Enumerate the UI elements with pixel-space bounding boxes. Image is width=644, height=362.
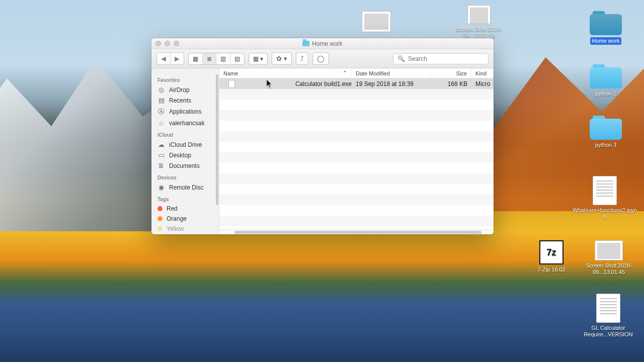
desktop-icon: ▭ [157,151,165,159]
view-icons[interactable]: ▦ [189,53,203,64]
file-row[interactable]: Calculator build1.exe 19 Sep 2018 at 18:… [219,78,494,89]
sidebar-item-remote-disc[interactable]: ◉Remote Disc [151,182,219,193]
recents-icon: ▤ [157,97,165,104]
minimize-button[interactable] [165,41,170,46]
desktop-file-gl-calc[interactable]: GL Calculator Require...VERSION [581,294,636,338]
finder-toolbar: ◀ ▶ ▦ ≣ ▥ ▤ ▦ ▾ ✿ ▾ ⤴ ◯ 🔍 [151,49,494,68]
sidebar-item-user[interactable]: ⌂valerhancsak [151,118,219,128]
icon-label: Screen Shot 2018-09...13.01.45 [585,262,633,276]
icon-label: python 3 [582,142,630,148]
desktop-folder-python3[interactable]: python 3 [582,116,630,148]
view-gallery[interactable]: ▤ [230,53,244,64]
cloud-icon: ☁ [157,141,165,148]
nav-buttons: ◀ ▶ [156,52,184,65]
back-button[interactable]: ◀ [157,53,171,64]
sidebar-heading-devices: Devices [151,171,219,182]
desktop-screenshot-right[interactable]: Screen Shot 2018-09...13.01.45 [585,240,633,276]
tag-dot-red [157,206,163,211]
file-name: Calculator build1.exe [295,80,352,87]
view-list[interactable]: ≣ [203,53,216,64]
sidebar-item-airdrop[interactable]: ◎AirDrop [151,84,219,95]
desktop-folder-python2[interactable]: python 2 [582,64,630,97]
file-kind: Micro [471,80,494,87]
sidebar-label: iCloud Drive [169,141,202,148]
file-list[interactable]: Calculator build1.exe 19 Sep 2018 at 18:… [219,78,494,229]
icon-label: What+are+functions?.ipynb [572,207,638,220]
view-mode-segment: ▦ ≣ ▥ ▤ [188,53,245,65]
tags-button[interactable]: ◯ [312,52,329,65]
sidebar-label: Documents [169,162,200,169]
icon-label: Screen Shot 2018-09...13.01.58 [455,26,503,39]
sidebar-label: Applications [169,108,202,115]
sidebar-item-icloud-drive[interactable]: ☁iCloud Drive [151,139,219,150]
home-icon: ⌂ [157,119,165,127]
sidebar-label: Desktop [169,152,191,159]
airdrop-icon: ◎ [157,86,165,94]
sidebar-label: valerhancsak [169,120,205,127]
folder-icon [590,64,622,88]
desktop-screenshot-top[interactable]: Screen Shot 2018-09...13.01.58 [455,5,503,39]
image-thumbnail-icon [362,11,391,32]
file-icon [228,80,235,88]
col-name[interactable]: Name ⌃ [219,68,352,78]
image-thumbnail-icon [467,5,491,24]
sidebar-tag-red[interactable]: Red [151,204,219,214]
view-columns[interactable]: ▥ [216,53,230,64]
desktop-7zip[interactable]: 7z 7-Zip 16.02 [527,240,576,273]
file-size: 168 KB [430,80,471,87]
desktop-thumbnail-1[interactable] [352,11,400,32]
image-thumbnail-icon [595,240,623,260]
documents-icon: 🗎 [157,162,165,169]
icon-label: python 2 [582,90,630,97]
sidebar-label: Remote Disc [169,184,204,191]
sidebar-item-recents[interactable]: ▤Recents [151,95,219,106]
tag-dot-yellow [157,226,163,231]
document-icon [596,294,620,323]
sidebar-heading-tags: Tags [151,193,219,204]
close-button[interactable] [155,41,161,46]
window-titlebar[interactable]: Home work [151,38,494,49]
sidebar-item-documents[interactable]: 🗎Documents [151,160,219,171]
disc-icon: ◉ [157,184,165,191]
document-icon [593,176,617,205]
finder-sidebar[interactable]: Favorites ◎AirDrop ▤Recents ⒶApplication… [151,68,219,234]
arrange-menu[interactable]: ▦ ▾ [249,53,268,65]
col-kind[interactable]: Kind [471,68,494,78]
icon-label: Home work [590,37,621,45]
finder-content: Name ⌃ Date Modified Size Kind Calculato… [219,68,494,234]
folder-icon [590,11,622,35]
col-label: Name [223,70,238,76]
icon-label: GL Calculator Require...VERSION [581,325,636,338]
zoom-button[interactable] [174,41,179,46]
forward-button[interactable]: ▶ [171,53,184,64]
desktop-folder-home-work[interactable]: Home work [582,11,630,45]
sidebar-label: Red [167,205,178,212]
search-field[interactable]: 🔍 [393,53,489,64]
folder-icon [590,116,622,140]
window-title: Home work [312,40,343,47]
sidebar-label: Yellow [167,225,184,232]
tag-dot-orange [157,216,163,221]
sidebar-item-applications[interactable]: ⒶApplications [151,106,219,118]
col-size[interactable]: Size [430,68,471,78]
sidebar-label: Orange [167,215,187,222]
finder-window[interactable]: Home work ◀ ▶ ▦ ≣ ▥ ▤ ▦ ▾ ✿ ▾ ⤴ ◯ 🔍 Favo… [151,38,494,234]
sidebar-tag-yellow[interactable]: Yellow [151,224,219,234]
search-input[interactable] [408,55,484,62]
action-menu[interactable]: ✿ ▾ [272,52,292,65]
sort-indicator-icon: ⌃ [343,70,347,76]
desktop-file-ipynb[interactable]: What+are+functions?.ipynb [572,176,638,220]
sidebar-heading-icloud: iCloud [151,128,219,139]
titlebar-folder-icon [302,41,309,46]
sidebar-heading-favorites: Favorites [151,73,219,84]
sidebar-tag-orange[interactable]: Orange [151,214,219,224]
col-date[interactable]: Date Modified [352,68,430,78]
traffic-lights [155,41,179,46]
sidebar-item-desktop[interactable]: ▭Desktop [151,150,219,160]
sidebar-label: AirDrop [169,86,190,94]
horizontal-scrollbar[interactable] [219,229,494,234]
share-button[interactable]: ⤴ [296,52,308,65]
file-date: 19 Sep 2018 at 18:39 [352,80,430,87]
icon-label: 7-Zip 16.02 [527,266,576,273]
search-icon: 🔍 [397,55,405,62]
